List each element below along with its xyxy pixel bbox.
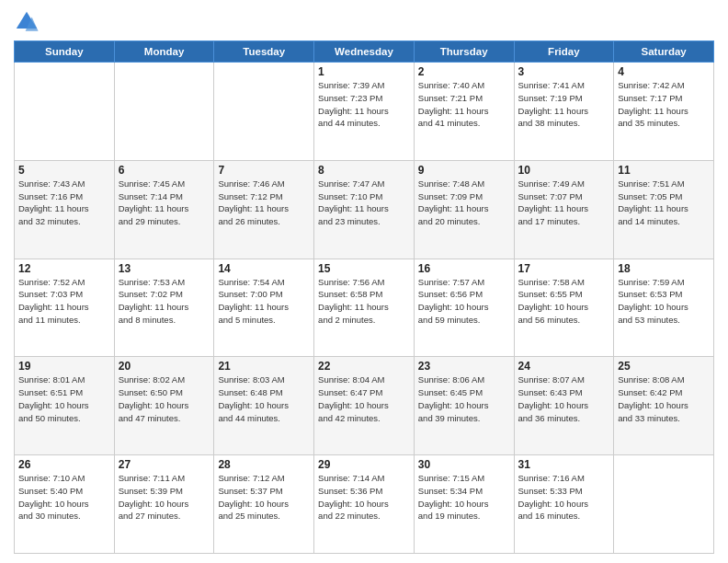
weekday-header: Friday bbox=[514, 41, 614, 63]
day-info: Sunrise: 8:01 AM Sunset: 6:51 PM Dayligh… bbox=[18, 373, 110, 424]
day-info: Sunrise: 8:07 AM Sunset: 6:43 PM Dayligh… bbox=[518, 373, 610, 424]
weekday-header: Tuesday bbox=[214, 41, 314, 63]
day-number: 18 bbox=[618, 262, 710, 275]
day-number: 24 bbox=[518, 360, 610, 373]
day-number: 5 bbox=[18, 164, 110, 177]
calendar-week-row: 19Sunrise: 8:01 AM Sunset: 6:51 PM Dayli… bbox=[15, 357, 714, 455]
day-info: Sunrise: 7:48 AM Sunset: 7:09 PM Dayligh… bbox=[418, 178, 510, 228]
calendar-cell bbox=[614, 455, 714, 554]
day-info: Sunrise: 7:45 AM Sunset: 7:14 PM Dayligh… bbox=[119, 178, 210, 228]
calendar-week-row: 1Sunrise: 7:39 AM Sunset: 7:23 PM Daylig… bbox=[15, 63, 714, 161]
day-info: Sunrise: 8:02 AM Sunset: 6:50 PM Dayligh… bbox=[119, 373, 210, 424]
calendar-cell: 9Sunrise: 7:48 AM Sunset: 7:09 PM Daylig… bbox=[414, 160, 514, 259]
calendar-cell: 8Sunrise: 7:47 AM Sunset: 7:10 PM Daylig… bbox=[314, 160, 415, 259]
calendar-table: SundayMondayTuesdayWednesdayThursdayFrid… bbox=[14, 40, 714, 554]
day-number: 7 bbox=[218, 164, 310, 177]
calendar-cell: 21Sunrise: 8:03 AM Sunset: 6:48 PM Dayli… bbox=[214, 357, 314, 455]
day-info: Sunrise: 7:57 AM Sunset: 6:56 PM Dayligh… bbox=[418, 276, 510, 327]
day-number: 28 bbox=[218, 458, 310, 471]
calendar-cell: 7Sunrise: 7:46 AM Sunset: 7:12 PM Daylig… bbox=[214, 160, 314, 259]
logo-icon bbox=[14, 9, 40, 35]
calendar-cell: 23Sunrise: 8:06 AM Sunset: 6:45 PM Dayli… bbox=[414, 357, 514, 455]
calendar-cell: 11Sunrise: 7:51 AM Sunset: 7:05 PM Dayli… bbox=[614, 160, 714, 259]
calendar-cell: 27Sunrise: 7:11 AM Sunset: 5:39 PM Dayli… bbox=[114, 455, 214, 554]
calendar-week-row: 12Sunrise: 7:52 AM Sunset: 7:03 PM Dayli… bbox=[15, 259, 714, 357]
day-info: Sunrise: 7:46 AM Sunset: 7:12 PM Dayligh… bbox=[218, 178, 310, 228]
day-info: Sunrise: 7:12 AM Sunset: 5:37 PM Dayligh… bbox=[218, 472, 310, 523]
day-info: Sunrise: 7:11 AM Sunset: 5:39 PM Dayligh… bbox=[119, 472, 210, 523]
day-number: 23 bbox=[418, 360, 510, 373]
day-info: Sunrise: 7:47 AM Sunset: 7:10 PM Dayligh… bbox=[318, 178, 410, 228]
day-number: 14 bbox=[218, 262, 310, 275]
calendar-cell: 3Sunrise: 7:41 AM Sunset: 7:19 PM Daylig… bbox=[514, 63, 614, 161]
day-number: 3 bbox=[518, 65, 610, 78]
day-number: 8 bbox=[318, 164, 410, 177]
weekday-header: Saturday bbox=[614, 41, 714, 63]
day-info: Sunrise: 7:54 AM Sunset: 7:00 PM Dayligh… bbox=[218, 276, 310, 327]
calendar-cell: 14Sunrise: 7:54 AM Sunset: 7:00 PM Dayli… bbox=[214, 259, 314, 357]
calendar-cell: 24Sunrise: 8:07 AM Sunset: 6:43 PM Dayli… bbox=[514, 357, 614, 455]
day-number: 26 bbox=[18, 458, 110, 471]
calendar-cell: 28Sunrise: 7:12 AM Sunset: 5:37 PM Dayli… bbox=[214, 455, 314, 554]
day-number: 19 bbox=[18, 360, 110, 373]
day-info: Sunrise: 7:14 AM Sunset: 5:36 PM Dayligh… bbox=[318, 472, 410, 523]
calendar-week-row: 26Sunrise: 7:10 AM Sunset: 5:40 PM Dayli… bbox=[15, 455, 714, 554]
calendar-cell: 16Sunrise: 7:57 AM Sunset: 6:56 PM Dayli… bbox=[414, 259, 514, 357]
page: SundayMondayTuesdayWednesdayThursdayFrid… bbox=[0, 0, 728, 563]
day-number: 1 bbox=[318, 65, 410, 78]
day-number: 21 bbox=[218, 360, 310, 373]
day-info: Sunrise: 7:52 AM Sunset: 7:03 PM Dayligh… bbox=[18, 276, 110, 327]
day-info: Sunrise: 7:49 AM Sunset: 7:07 PM Dayligh… bbox=[518, 178, 610, 228]
calendar-cell: 2Sunrise: 7:40 AM Sunset: 7:21 PM Daylig… bbox=[414, 63, 514, 161]
day-info: Sunrise: 7:58 AM Sunset: 6:55 PM Dayligh… bbox=[518, 276, 610, 327]
day-number: 9 bbox=[418, 164, 510, 177]
day-number: 6 bbox=[119, 164, 210, 177]
logo bbox=[14, 9, 43, 35]
calendar-header-row: SundayMondayTuesdayWednesdayThursdayFrid… bbox=[15, 41, 714, 63]
day-info: Sunrise: 7:42 AM Sunset: 7:17 PM Dayligh… bbox=[618, 79, 710, 130]
calendar-cell: 30Sunrise: 7:15 AM Sunset: 5:34 PM Dayli… bbox=[414, 455, 514, 554]
day-info: Sunrise: 7:15 AM Sunset: 5:34 PM Dayligh… bbox=[418, 472, 510, 523]
calendar-cell: 6Sunrise: 7:45 AM Sunset: 7:14 PM Daylig… bbox=[114, 160, 214, 259]
day-number: 13 bbox=[119, 262, 210, 275]
calendar-cell: 15Sunrise: 7:56 AM Sunset: 6:58 PM Dayli… bbox=[314, 259, 415, 357]
calendar-cell: 4Sunrise: 7:42 AM Sunset: 7:17 PM Daylig… bbox=[614, 63, 714, 161]
day-number: 11 bbox=[618, 164, 710, 177]
calendar-cell: 13Sunrise: 7:53 AM Sunset: 7:02 PM Dayli… bbox=[114, 259, 214, 357]
day-number: 27 bbox=[119, 458, 210, 471]
calendar-cell: 5Sunrise: 7:43 AM Sunset: 7:16 PM Daylig… bbox=[15, 160, 115, 259]
calendar-cell bbox=[214, 63, 314, 161]
day-info: Sunrise: 7:43 AM Sunset: 7:16 PM Dayligh… bbox=[18, 178, 110, 228]
calendar-cell: 20Sunrise: 8:02 AM Sunset: 6:50 PM Dayli… bbox=[114, 357, 214, 455]
calendar-cell: 19Sunrise: 8:01 AM Sunset: 6:51 PM Dayli… bbox=[15, 357, 115, 455]
calendar-cell: 12Sunrise: 7:52 AM Sunset: 7:03 PM Dayli… bbox=[15, 259, 115, 357]
calendar-week-row: 5Sunrise: 7:43 AM Sunset: 7:16 PM Daylig… bbox=[15, 160, 714, 259]
calendar-cell: 22Sunrise: 8:04 AM Sunset: 6:47 PM Dayli… bbox=[314, 357, 415, 455]
day-number: 30 bbox=[418, 458, 510, 471]
day-number: 12 bbox=[18, 262, 110, 275]
calendar-cell: 31Sunrise: 7:16 AM Sunset: 5:33 PM Dayli… bbox=[514, 455, 614, 554]
day-info: Sunrise: 8:08 AM Sunset: 6:42 PM Dayligh… bbox=[618, 373, 710, 424]
day-info: Sunrise: 7:10 AM Sunset: 5:40 PM Dayligh… bbox=[18, 472, 110, 523]
calendar-cell: 1Sunrise: 7:39 AM Sunset: 7:23 PM Daylig… bbox=[314, 63, 415, 161]
day-info: Sunrise: 7:16 AM Sunset: 5:33 PM Dayligh… bbox=[518, 472, 610, 523]
weekday-header: Sunday bbox=[15, 41, 115, 63]
day-info: Sunrise: 8:06 AM Sunset: 6:45 PM Dayligh… bbox=[418, 373, 510, 424]
day-number: 29 bbox=[318, 458, 410, 471]
day-number: 10 bbox=[518, 164, 610, 177]
calendar-cell: 25Sunrise: 8:08 AM Sunset: 6:42 PM Dayli… bbox=[614, 357, 714, 455]
day-info: Sunrise: 7:59 AM Sunset: 6:53 PM Dayligh… bbox=[618, 276, 710, 327]
day-number: 15 bbox=[318, 262, 410, 275]
calendar-cell bbox=[15, 63, 115, 161]
calendar-cell bbox=[114, 63, 214, 161]
day-info: Sunrise: 8:04 AM Sunset: 6:47 PM Dayligh… bbox=[318, 373, 410, 424]
day-info: Sunrise: 7:41 AM Sunset: 7:19 PM Dayligh… bbox=[518, 79, 610, 130]
day-number: 2 bbox=[418, 65, 510, 78]
weekday-header: Wednesday bbox=[314, 41, 415, 63]
day-number: 22 bbox=[318, 360, 410, 373]
calendar-cell: 18Sunrise: 7:59 AM Sunset: 6:53 PM Dayli… bbox=[614, 259, 714, 357]
day-info: Sunrise: 8:03 AM Sunset: 6:48 PM Dayligh… bbox=[218, 373, 310, 424]
header bbox=[14, 9, 714, 35]
day-number: 31 bbox=[518, 458, 610, 471]
day-info: Sunrise: 7:39 AM Sunset: 7:23 PM Dayligh… bbox=[318, 79, 410, 130]
